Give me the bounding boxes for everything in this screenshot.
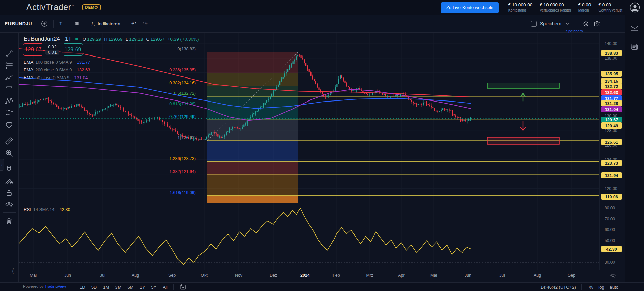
interval-button-all[interactable]: All: [159, 284, 170, 290]
rsi-value: 42.30: [59, 207, 70, 212]
toolbar-divider: [3, 133, 16, 133]
time-axis-label[interactable]: Sep: [568, 273, 575, 278]
interval-button-3m[interactable]: 3M: [112, 284, 124, 290]
theme-sun-icon[interactable]: [609, 272, 617, 279]
time-axis-label[interactable]: Feb: [332, 273, 340, 278]
resistance-zone-rect[interactable]: [487, 83, 559, 88]
interval-button[interactable]: T: [56, 20, 65, 28]
interval-button-1d[interactable]: 1D: [77, 284, 88, 290]
compare-add-button[interactable]: [38, 19, 51, 29]
time-axis-label[interactable]: Apr: [398, 273, 404, 278]
time-axis-label[interactable]: Jul: [499, 273, 505, 278]
down-arrow-drawing[interactable]: [521, 121, 525, 130]
crosshair-tool-button[interactable]: [3, 36, 16, 48]
svg-text:134.16: 134.16: [605, 79, 618, 84]
ema-legend-row[interactable]: EMA200 close 0 SMA 9132.63: [24, 66, 90, 74]
time-axis[interactable]: MaiJunJulAugSepOktNovDez2024FebMrzAprMai…: [19, 270, 625, 282]
svg-text:0.236(135.95): 0.236(135.95): [169, 68, 196, 72]
fib-retracement-overlay[interactable]: 0(138.83)0.236(135.95)0.382(134.16)0.5(1…: [169, 47, 599, 203]
symbol-button[interactable]: EUBUNDJU: [5, 21, 32, 26]
chart-legend: EuBundJun24 · 1T O129.29 H129.69 L129.18…: [24, 36, 199, 42]
brush-tool-button[interactable]: [3, 71, 16, 83]
messages-button[interactable]: [630, 24, 640, 33]
interval-button-1m[interactable]: 1M: [100, 284, 112, 290]
fib-retracement-icon: [5, 61, 14, 70]
svg-text:138.00: 138.00: [605, 56, 617, 61]
rsi-legend-row[interactable]: RSI 14 SMA 14 42.30: [24, 206, 70, 213]
interval-button-5y[interactable]: 5Y: [148, 284, 159, 290]
interval-button-6m[interactable]: 6M: [124, 284, 136, 290]
hide-all-tool-button[interactable]: [3, 199, 16, 210]
interval-button-5d[interactable]: 5D: [88, 284, 100, 290]
rsi-line[interactable]: [19, 208, 471, 264]
up-arrow-drawing[interactable]: [521, 93, 525, 101]
go-to-date-button[interactable]: [176, 283, 189, 291]
indicators-button[interactable]: ƒx Indikatoren: [88, 19, 123, 28]
lock-icon: [5, 188, 14, 197]
bottom-bar: Powered by TradingView 1D5D1M3M6M1Y5YAll…: [0, 282, 644, 291]
switch-to-live-button[interactable]: Zu Live-Konto wechseln: [441, 2, 499, 13]
scale-button-log[interactable]: log: [596, 284, 606, 290]
panel-collapse-icon[interactable]: ⟨: [12, 267, 14, 275]
undo-button[interactable]: ↶: [128, 19, 139, 28]
text-tool-button[interactable]: [3, 83, 16, 95]
scale-button-%[interactable]: %: [587, 284, 595, 290]
settings-button[interactable]: [582, 20, 590, 28]
ohlc-values: O129.29 H129.69 L129.18 C129.67 +0.39 (+…: [83, 37, 199, 42]
price-chart-canvas[interactable]: 0(138.83)0.236(135.95)0.382(134.16)0.5(1…: [19, 33, 625, 270]
save-layout-checkbox[interactable]: [531, 21, 537, 27]
magnet-tool-button[interactable]: [3, 163, 16, 175]
time-axis-label[interactable]: Sep: [168, 273, 176, 278]
time-axis-label[interactable]: Jul: [100, 273, 105, 278]
magnet-icon: [5, 165, 14, 174]
chart-type-button[interactable]: [70, 19, 83, 28]
price-axis[interactable]: 140.00138.00130.00128.00126.00124.00120.…: [601, 41, 622, 265]
svg-text:129.67: 129.67: [605, 118, 618, 122]
lock-all-tool-button[interactable]: [3, 187, 16, 199]
panel-expand-handle[interactable]: ›: [0, 159, 4, 171]
chart-symbol-title[interactable]: EuBundJun24 · 1T: [24, 36, 72, 42]
ema-legend-row[interactable]: EMA100 close 0 SMA 9131.77: [24, 58, 90, 66]
forecast-tool-button[interactable]: [3, 107, 16, 119]
calendar-go-icon: [179, 284, 186, 290]
time-axis-label[interactable]: Jun: [64, 273, 71, 278]
envelope-icon: [630, 24, 639, 33]
redo-button[interactable]: ↷: [139, 19, 151, 28]
emoji-tool-button[interactable]: [3, 119, 16, 131]
time-axis-label[interactable]: Aug: [132, 273, 139, 278]
time-axis-label[interactable]: Jun: [465, 273, 471, 278]
zoom-in-icon: [5, 149, 14, 157]
scale-button-auto[interactable]: auto: [608, 284, 620, 290]
ema-legend-row[interactable]: EMA50 close 0 SMA 9131.04: [24, 74, 90, 82]
pattern-tool-button[interactable]: [3, 95, 16, 107]
toolbar-separator: [126, 20, 126, 28]
time-axis-label[interactable]: 2024: [300, 273, 310, 278]
avatar[interactable]: [630, 2, 640, 13]
chevron-down-icon[interactable]: [565, 21, 570, 26]
buy-button[interactable]: 129.69: [63, 43, 83, 56]
time-axis-label[interactable]: Okt: [201, 273, 207, 278]
sell-button[interactable]: 129.67: [23, 43, 43, 56]
interval-button-1y[interactable]: 1Y: [136, 284, 148, 290]
time-axis-label[interactable]: Dez: [270, 273, 277, 278]
zoom-in-tool-button[interactable]: [3, 147, 16, 159]
save-button[interactable]: Speichern: [540, 21, 561, 26]
user-icon: [630, 2, 640, 13]
account-stat: € 10 000.00Kontostand: [508, 2, 532, 13]
measure-tool-button[interactable]: [3, 135, 16, 147]
time-axis-label[interactable]: Nov: [235, 273, 242, 278]
support-zone-rect[interactable]: [487, 137, 559, 144]
drawing-lock-tool-button[interactable]: [3, 175, 16, 187]
spread-value: 0.02: [48, 45, 56, 49]
svg-text:0.764(129.49): 0.764(129.49): [169, 114, 196, 119]
tradingview-link[interactable]: TradingView: [45, 284, 66, 288]
remove-drawings-button[interactable]: [3, 215, 16, 227]
time-axis-label[interactable]: Mai: [30, 273, 37, 278]
snapshot-button[interactable]: [593, 20, 601, 28]
time-axis-label[interactable]: Mrz: [366, 273, 373, 278]
time-axis-label[interactable]: Mai: [430, 273, 437, 278]
news-button[interactable]: [630, 42, 640, 51]
fib-retracement-tool-button[interactable]: [3, 60, 16, 71]
trend-line-tool-button[interactable]: [3, 48, 16, 60]
time-axis-label[interactable]: Aug: [534, 273, 541, 278]
